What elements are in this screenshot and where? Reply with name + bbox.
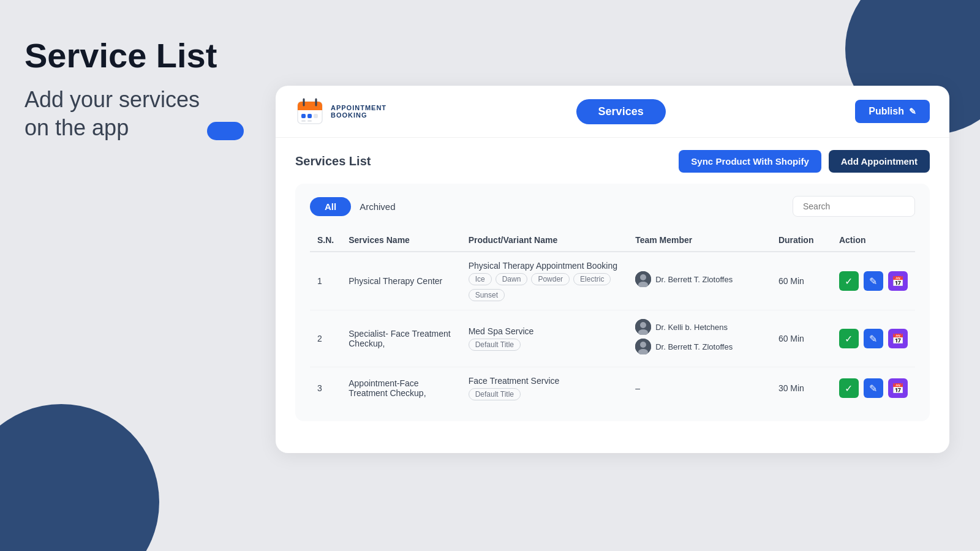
svg-rect-8 [301, 120, 306, 122]
action-buttons: ✓ ✎ 📅 [839, 329, 908, 348]
col-action: Action [832, 229, 915, 252]
team-member: Dr. Kelli b. Hetchens [635, 319, 764, 335]
page-title: Service List [24, 37, 282, 75]
table-row: 3 Appointment-Face Treatment Checkup, Fa… [310, 367, 915, 410]
tab-archived[interactable]: Archived [360, 201, 395, 212]
variant-tag: Powder [531, 273, 570, 285]
cell-service-name: Physical Therapy Center [341, 252, 461, 310]
variant-tag: Ice [469, 273, 492, 285]
avatar [635, 319, 651, 335]
cell-sn: 3 [310, 367, 341, 410]
col-team: Team Member [628, 229, 771, 252]
cell-duration: 60 Min [771, 310, 832, 367]
avatar [635, 271, 651, 287]
app-logo: APPOINTMENT BOOKING [295, 97, 386, 126]
cell-product: Med Spa Service Default Title [461, 310, 628, 367]
header-actions: Sync Product With Shopify Add Appointmen… [679, 150, 930, 173]
logo-text: APPOINTMENT BOOKING [331, 104, 386, 119]
cell-team: Dr. Kelli b. Hetchens Dr. Berrett T. Zlo… [628, 310, 771, 367]
svg-rect-7 [314, 114, 318, 118]
team-dash: – [635, 383, 640, 393]
cell-service-name: Specialist- Face Treatment Checkup, [341, 310, 461, 367]
variant-tag: Electric [573, 273, 611, 285]
default-tag: Default Title [469, 388, 521, 400]
cell-sn: 2 [310, 310, 341, 367]
cell-action: ✓ ✎ 📅 [832, 252, 915, 310]
team-member-name: Dr. Berrett T. Zlotoffes [655, 342, 733, 351]
add-appointment-button[interactable]: Add Appointment [829, 150, 930, 173]
logo-icon [295, 97, 325, 126]
publish-edit-icon: ✎ [909, 107, 916, 116]
svg-rect-5 [301, 114, 306, 118]
nav-services-button[interactable]: Services [576, 99, 666, 124]
activate-button[interactable]: ✓ [839, 378, 859, 398]
col-product: Product/Variant Name [461, 229, 628, 252]
col-sn: S.N. [310, 229, 341, 252]
cell-product: Face Treatment Service Default Title [461, 367, 628, 410]
left-panel: Service List Add your services on the ap… [24, 37, 282, 143]
cell-sn: 1 [310, 252, 341, 310]
calendar-button[interactable]: 📅 [888, 271, 908, 291]
product-name: Med Spa Service [469, 326, 621, 336]
main-card: APPOINTMENT BOOKING Services Publish ✎ S… [276, 86, 949, 453]
toggle-pill[interactable] [207, 122, 244, 140]
activate-button[interactable]: ✓ [839, 271, 859, 291]
cell-team: – [628, 367, 771, 410]
team-member-name: Dr. Kelli b. Hetchens [655, 323, 728, 332]
edit-button[interactable]: ✎ [864, 329, 883, 348]
publish-button[interactable]: Publish ✎ [855, 100, 930, 123]
team-member: Dr. Berrett T. Zlotoffes [635, 271, 764, 287]
tab-all[interactable]: All [310, 197, 351, 216]
variant-tag: Dawn [496, 273, 528, 285]
col-duration: Duration [771, 229, 832, 252]
product-name: Physical Therapy Appointment Booking [469, 261, 621, 271]
team-member-name: Dr. Berrett T. Zlotoffes [655, 275, 733, 284]
tab-group: All Archived [310, 197, 396, 216]
svg-point-11 [640, 274, 646, 280]
variant-tag: Sunset [469, 289, 505, 301]
app-nav: APPOINTMENT BOOKING Services Publish ✎ [276, 86, 949, 138]
cell-service-name: Appointment-Face Treatment Checkup, [341, 367, 461, 410]
col-service-name: Services Name [341, 229, 461, 252]
action-buttons: ✓ ✎ 📅 [839, 378, 908, 398]
calendar-button[interactable]: 📅 [888, 329, 908, 348]
cell-product: Physical Therapy Appointment Booking Ice… [461, 252, 628, 310]
svg-rect-9 [307, 120, 312, 122]
avatar [635, 339, 651, 354]
default-tag: Default Title [469, 339, 521, 351]
cell-duration: 30 Min [771, 367, 832, 410]
cell-action: ✓ ✎ 📅 [832, 367, 915, 410]
search-input[interactable] [793, 196, 915, 217]
table-row: 1 Physical Therapy Center Physical Thera… [310, 252, 915, 310]
team-member: Dr. Berrett T. Zlotoffes [635, 339, 764, 354]
table-toolbar: All Archived [310, 196, 915, 217]
cell-team: Dr. Berrett T. Zlotoffes [628, 252, 771, 310]
svg-rect-2 [298, 107, 322, 110]
table-row: 2 Specialist- Face Treatment Checkup, Me… [310, 310, 915, 367]
table-header-row: S.N. Services Name Product/Variant Name … [310, 229, 915, 252]
product-name: Face Treatment Service [469, 376, 621, 386]
edit-button[interactable]: ✎ [864, 271, 883, 291]
services-header: Services List Sync Product With Shopify … [295, 150, 930, 173]
svg-point-14 [640, 322, 646, 328]
table-card: All Archived S.N. Services Name Product/… [295, 184, 930, 421]
svg-rect-6 [307, 114, 312, 118]
sync-product-button[interactable]: Sync Product With Shopify [679, 150, 821, 173]
cell-duration: 60 Min [771, 252, 832, 310]
calendar-button[interactable]: 📅 [888, 378, 908, 398]
variant-tags: Ice Dawn Powder Electric Sunset [469, 273, 621, 301]
edit-button[interactable]: ✎ [864, 378, 883, 398]
bg-decor-circle-bottom [0, 404, 159, 551]
activate-button[interactable]: ✓ [839, 329, 859, 348]
services-list-title: Services List [295, 154, 371, 168]
cell-action: ✓ ✎ 📅 [832, 310, 915, 367]
services-section: Services List Sync Product With Shopify … [276, 138, 949, 433]
page-subtitle: Add your services on the app [24, 86, 282, 143]
services-table: S.N. Services Name Product/Variant Name … [310, 229, 915, 409]
svg-point-17 [640, 342, 646, 348]
action-buttons: ✓ ✎ 📅 [839, 271, 908, 291]
subtitle-text: Add your services on the app [24, 86, 200, 143]
